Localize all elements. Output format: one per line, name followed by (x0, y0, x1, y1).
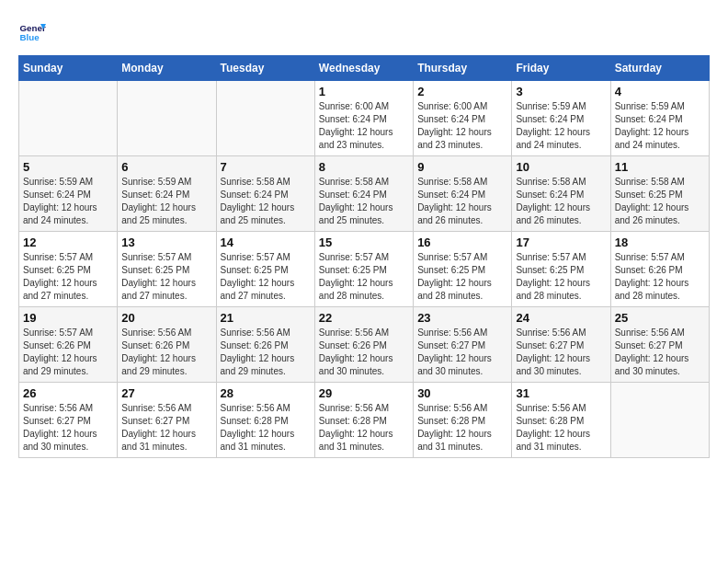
day-cell: 8Sunrise: 5:58 AM Sunset: 6:24 PM Daylig… (314, 156, 413, 232)
day-cell: 21Sunrise: 5:56 AM Sunset: 6:26 PM Dayli… (216, 307, 314, 383)
day-cell: 18Sunrise: 5:57 AM Sunset: 6:26 PM Dayli… (610, 232, 709, 307)
day-info: Sunrise: 5:59 AM Sunset: 6:24 PM Dayligh… (615, 100, 705, 152)
day-header-friday: Friday (512, 56, 610, 81)
day-number: 17 (516, 236, 606, 249)
day-number: 13 (121, 236, 211, 249)
day-cell: 19Sunrise: 5:57 AM Sunset: 6:26 PM Dayli… (19, 307, 118, 383)
day-info: Sunrise: 5:56 AM Sunset: 6:26 PM Dayligh… (121, 327, 211, 378)
day-cell: 2Sunrise: 6:00 AM Sunset: 6:24 PM Daylig… (414, 81, 512, 156)
day-cell: 3Sunrise: 5:59 AM Sunset: 6:24 PM Daylig… (512, 81, 610, 156)
day-cell: 7Sunrise: 5:58 AM Sunset: 6:24 PM Daylig… (216, 156, 314, 232)
day-number: 7 (221, 160, 311, 174)
day-header-monday: Monday (118, 56, 216, 81)
day-cell: 9Sunrise: 5:58 AM Sunset: 6:24 PM Daylig… (414, 156, 512, 232)
day-number: 27 (121, 386, 211, 400)
day-info: Sunrise: 5:56 AM Sunset: 6:27 PM Dayligh… (417, 327, 507, 378)
day-number: 20 (121, 311, 211, 325)
day-cell: 17Sunrise: 5:57 AM Sunset: 6:25 PM Dayli… (512, 232, 610, 307)
day-number: 9 (417, 160, 507, 174)
day-number: 21 (221, 311, 311, 325)
day-number: 3 (516, 85, 606, 98)
day-cell: 16Sunrise: 5:57 AM Sunset: 6:25 PM Dayli… (414, 232, 512, 307)
day-cell: 26Sunrise: 5:56 AM Sunset: 6:27 PM Dayli… (19, 383, 118, 458)
day-info: Sunrise: 5:58 AM Sunset: 6:24 PM Dayligh… (319, 176, 409, 227)
day-cell (610, 383, 709, 458)
day-header-tuesday: Tuesday (216, 56, 314, 81)
day-number: 23 (417, 311, 507, 325)
day-info: Sunrise: 5:56 AM Sunset: 6:26 PM Dayligh… (319, 327, 409, 378)
day-cell: 28Sunrise: 5:56 AM Sunset: 6:28 PM Dayli… (216, 383, 314, 458)
day-info: Sunrise: 5:56 AM Sunset: 6:27 PM Dayligh… (23, 402, 113, 454)
day-number: 30 (417, 386, 507, 400)
day-info: Sunrise: 5:59 AM Sunset: 6:24 PM Dayligh… (516, 100, 606, 152)
day-cell: 4Sunrise: 5:59 AM Sunset: 6:24 PM Daylig… (610, 81, 709, 156)
day-number: 18 (615, 236, 705, 249)
calendar-table: SundayMondayTuesdayWednesdayThursdayFrid… (18, 55, 710, 458)
day-number: 2 (417, 85, 507, 98)
day-header-saturday: Saturday (610, 56, 709, 81)
day-cell: 31Sunrise: 5:56 AM Sunset: 6:28 PM Dayli… (512, 383, 610, 458)
day-info: Sunrise: 5:57 AM Sunset: 6:26 PM Dayligh… (23, 327, 113, 378)
day-number: 31 (516, 386, 606, 400)
day-cell: 27Sunrise: 5:56 AM Sunset: 6:27 PM Dayli… (118, 383, 216, 458)
day-number: 29 (319, 386, 409, 400)
day-info: Sunrise: 5:59 AM Sunset: 6:24 PM Dayligh… (121, 176, 211, 227)
day-cell: 30Sunrise: 5:56 AM Sunset: 6:28 PM Dayli… (414, 383, 512, 458)
week-row-3: 12Sunrise: 5:57 AM Sunset: 6:25 PM Dayli… (19, 232, 710, 307)
day-cell: 25Sunrise: 5:56 AM Sunset: 6:27 PM Dayli… (610, 307, 709, 383)
day-cell: 22Sunrise: 5:56 AM Sunset: 6:26 PM Dayli… (314, 307, 413, 383)
day-number: 19 (23, 311, 113, 325)
day-info: Sunrise: 5:57 AM Sunset: 6:25 PM Dayligh… (23, 251, 113, 303)
day-number: 15 (319, 236, 409, 249)
day-number: 4 (615, 85, 705, 98)
day-info: Sunrise: 5:58 AM Sunset: 6:24 PM Dayligh… (417, 176, 507, 227)
day-info: Sunrise: 5:57 AM Sunset: 6:25 PM Dayligh… (121, 251, 211, 303)
day-info: Sunrise: 5:56 AM Sunset: 6:26 PM Dayligh… (221, 327, 311, 378)
day-number: 12 (23, 236, 113, 249)
logo-icon: General Blue (18, 18, 46, 46)
day-info: Sunrise: 5:57 AM Sunset: 6:25 PM Dayligh… (221, 251, 311, 303)
day-cell (216, 81, 314, 156)
day-number: 26 (23, 386, 113, 400)
week-row-1: 1Sunrise: 6:00 AM Sunset: 6:24 PM Daylig… (19, 81, 710, 156)
day-number: 16 (417, 236, 507, 249)
day-cell: 23Sunrise: 5:56 AM Sunset: 6:27 PM Dayli… (414, 307, 512, 383)
day-cell: 14Sunrise: 5:57 AM Sunset: 6:25 PM Dayli… (216, 232, 314, 307)
page-header: General Blue (18, 18, 710, 46)
day-info: Sunrise: 5:56 AM Sunset: 6:28 PM Dayligh… (417, 402, 507, 454)
day-cell: 6Sunrise: 5:59 AM Sunset: 6:24 PM Daylig… (118, 156, 216, 232)
week-row-2: 5Sunrise: 5:59 AM Sunset: 6:24 PM Daylig… (19, 156, 710, 232)
day-info: Sunrise: 6:00 AM Sunset: 6:24 PM Dayligh… (319, 100, 409, 152)
day-number: 5 (23, 160, 113, 174)
day-cell: 20Sunrise: 5:56 AM Sunset: 6:26 PM Dayli… (118, 307, 216, 383)
day-cell: 13Sunrise: 5:57 AM Sunset: 6:25 PM Dayli… (118, 232, 216, 307)
day-cell: 12Sunrise: 5:57 AM Sunset: 6:25 PM Dayli… (19, 232, 118, 307)
day-info: Sunrise: 5:56 AM Sunset: 6:27 PM Dayligh… (121, 402, 211, 454)
day-number: 22 (319, 311, 409, 325)
day-info: Sunrise: 5:57 AM Sunset: 6:25 PM Dayligh… (417, 251, 507, 303)
week-row-4: 19Sunrise: 5:57 AM Sunset: 6:26 PM Dayli… (19, 307, 710, 383)
day-header-thursday: Thursday (414, 56, 512, 81)
day-info: Sunrise: 5:58 AM Sunset: 6:25 PM Dayligh… (615, 176, 705, 227)
day-cell: 11Sunrise: 5:58 AM Sunset: 6:25 PM Dayli… (610, 156, 709, 232)
logo: General Blue (18, 18, 50, 46)
day-info: Sunrise: 5:57 AM Sunset: 6:25 PM Dayligh… (516, 251, 606, 303)
day-cell: 5Sunrise: 5:59 AM Sunset: 6:24 PM Daylig… (19, 156, 118, 232)
day-info: Sunrise: 6:00 AM Sunset: 6:24 PM Dayligh… (417, 100, 507, 152)
day-info: Sunrise: 5:56 AM Sunset: 6:28 PM Dayligh… (221, 402, 311, 454)
day-header-wednesday: Wednesday (314, 56, 413, 81)
week-row-5: 26Sunrise: 5:56 AM Sunset: 6:27 PM Dayli… (19, 383, 710, 458)
day-cell: 10Sunrise: 5:58 AM Sunset: 6:24 PM Dayli… (512, 156, 610, 232)
day-number: 14 (221, 236, 311, 249)
day-number: 6 (121, 160, 211, 174)
day-cell (118, 81, 216, 156)
day-number: 28 (221, 386, 311, 400)
day-number: 24 (516, 311, 606, 325)
day-info: Sunrise: 5:58 AM Sunset: 6:24 PM Dayligh… (516, 176, 606, 227)
day-cell: 1Sunrise: 6:00 AM Sunset: 6:24 PM Daylig… (314, 81, 413, 156)
days-header-row: SundayMondayTuesdayWednesdayThursdayFrid… (19, 56, 710, 81)
day-info: Sunrise: 5:56 AM Sunset: 6:27 PM Dayligh… (516, 327, 606, 378)
day-cell: 15Sunrise: 5:57 AM Sunset: 6:25 PM Dayli… (314, 232, 413, 307)
day-info: Sunrise: 5:59 AM Sunset: 6:24 PM Dayligh… (23, 176, 113, 227)
day-info: Sunrise: 5:57 AM Sunset: 6:26 PM Dayligh… (615, 251, 705, 303)
